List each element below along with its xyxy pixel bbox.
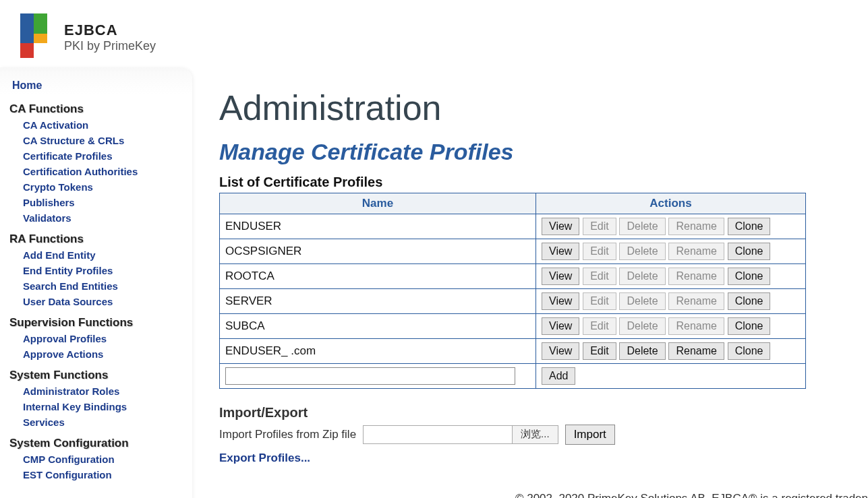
page-subtitle: Manage Certificate Profiles	[219, 139, 868, 165]
rename-button: Rename	[668, 243, 724, 260]
profile-name: ROOTCA	[220, 264, 536, 289]
table-row: SUBCAView Edit Delete Rename Clone	[220, 314, 806, 339]
main-content: Administration Manage Certificate Profil…	[192, 67, 868, 498]
edit-button[interactable]: Edit	[583, 342, 616, 360]
edit-button: Edit	[583, 218, 616, 235]
rename-button: Rename	[668, 317, 724, 335]
profile-actions: View Edit Delete Rename Clone	[536, 339, 806, 364]
delete-button: Delete	[619, 268, 665, 285]
table-row: ENDUSER_ .comView Edit Delete Rename Clo…	[220, 339, 806, 364]
nav-item[interactable]: End Entity Profiles	[7, 263, 192, 278]
delete-button: Delete	[619, 243, 665, 260]
delete-button: Delete	[619, 317, 665, 335]
col-actions: Actions	[536, 193, 806, 214]
clone-button[interactable]: Clone	[728, 342, 771, 360]
table-row: OCSPSIGNERView Edit Delete Rename Clone	[220, 239, 806, 264]
view-button[interactable]: View	[542, 268, 579, 285]
edit-button: Edit	[583, 243, 616, 260]
table-row-add: Add	[220, 364, 806, 389]
logo-title: EJBCA	[64, 22, 156, 39]
svg-rect-2	[34, 34, 47, 43]
clone-button[interactable]: Clone	[728, 317, 771, 335]
rename-button[interactable]: Rename	[668, 342, 724, 360]
import-button[interactable]: Import	[565, 425, 615, 445]
clone-button[interactable]: Clone	[728, 218, 771, 235]
rename-button: Rename	[668, 292, 724, 310]
new-profile-input[interactable]	[225, 367, 515, 385]
clone-button[interactable]: Clone	[728, 292, 771, 310]
view-button[interactable]: View	[542, 218, 579, 235]
profile-name: OCSPSIGNER	[220, 239, 536, 264]
edit-button: Edit	[583, 268, 616, 285]
profile-name: SERVER	[220, 289, 536, 314]
file-field[interactable]	[364, 426, 512, 443]
nav-item[interactable]: CA Activation	[7, 117, 192, 133]
nav-section: CA Functions	[7, 96, 192, 117]
import-export-heading: Import/Export	[219, 405, 868, 421]
nav-item[interactable]: Approve Actions	[7, 346, 192, 362]
logo-area: EJBCA PKI by PrimeKey	[0, 0, 868, 67]
svg-rect-1	[34, 13, 47, 34]
nav-item[interactable]: Crypto Tokens	[7, 179, 192, 195]
edit-button: Edit	[583, 317, 616, 335]
logo-subtitle: PKI by PrimeKey	[64, 39, 156, 53]
table-row: SERVERView Edit Delete Rename Clone	[220, 289, 806, 314]
nav-item[interactable]: Add End Entity	[7, 247, 192, 263]
nav-item[interactable]: Approval Profiles	[7, 331, 192, 346]
nav-item[interactable]: Publishers	[7, 195, 192, 210]
table-row: ENDUSERView Edit Delete Rename Clone	[220, 214, 806, 239]
view-button[interactable]: View	[542, 292, 579, 310]
nav-item[interactable]: CA Structure & CRLs	[7, 133, 192, 148]
svg-rect-3	[20, 43, 34, 58]
profile-actions: View Edit Delete Rename Clone	[536, 289, 806, 314]
file-input[interactable]: 浏览...	[363, 425, 558, 444]
list-heading: List of Certificate Profiles	[219, 175, 868, 190]
nav-item[interactable]: EST Configuration	[7, 467, 192, 483]
profile-name: SUBCA	[220, 314, 536, 339]
logo-icon	[20, 13, 57, 61]
browse-button[interactable]: 浏览...	[512, 426, 558, 443]
nav-item[interactable]: Certificate Profiles	[7, 148, 192, 164]
view-button[interactable]: View	[542, 342, 579, 360]
nav-section: System Functions	[7, 362, 192, 383]
profile-actions: View Edit Delete Rename Clone	[536, 214, 806, 239]
clone-button[interactable]: Clone	[728, 243, 771, 260]
nav-item[interactable]: Certification Authorities	[7, 164, 192, 179]
col-name: Name	[220, 193, 536, 214]
import-export: Import/Export Import Profiles from Zip f…	[219, 405, 868, 465]
nav-section: System Configuration	[7, 430, 192, 452]
page-title: Administration	[219, 67, 868, 139]
view-button[interactable]: View	[542, 243, 579, 260]
profiles-table: Name Actions ENDUSERView Edit Delete Ren…	[219, 193, 806, 389]
sidebar: Home CA FunctionsCA ActivationCA Structu…	[0, 67, 192, 498]
edit-button: Edit	[583, 292, 616, 310]
nav-item[interactable]: Administrator Roles	[7, 383, 192, 399]
nav-item[interactable]: Internal Key Bindings	[7, 399, 192, 414]
add-button[interactable]: Add	[542, 367, 575, 385]
profile-name: ENDUSER	[220, 214, 536, 239]
profile-name: ENDUSER_ .com	[220, 339, 536, 364]
profile-actions: View Edit Delete Rename Clone	[536, 239, 806, 264]
svg-rect-0	[20, 13, 34, 43]
nav-section: Supervision Functions	[7, 309, 192, 331]
nav-item[interactable]: User Data Sources	[7, 294, 192, 309]
nav-home[interactable]: Home	[7, 74, 192, 96]
profile-actions: View Edit Delete Rename Clone	[536, 314, 806, 339]
delete-button[interactable]: Delete	[619, 342, 665, 360]
nav-item[interactable]: CMP Configuration	[7, 452, 192, 467]
profile-actions: View Edit Delete Rename Clone	[536, 264, 806, 289]
nav-item[interactable]: Search End Entities	[7, 278, 192, 294]
rename-button: Rename	[668, 218, 724, 235]
table-row: ROOTCAView Edit Delete Rename Clone	[220, 264, 806, 289]
export-link[interactable]: Export Profiles...	[219, 452, 310, 464]
clone-button[interactable]: Clone	[728, 268, 771, 285]
nav-item[interactable]: Validators	[7, 210, 192, 226]
nav-item[interactable]: Services	[7, 414, 192, 430]
footer: © 2002–2020 PrimeKey Solutions AB. EJBCA…	[219, 492, 868, 498]
rename-button: Rename	[668, 268, 724, 285]
view-button[interactable]: View	[542, 317, 579, 335]
delete-button: Delete	[619, 292, 665, 310]
nav-section: RA Functions	[7, 226, 192, 247]
delete-button: Delete	[619, 218, 665, 235]
import-label: Import Profiles from Zip file	[219, 428, 356, 441]
